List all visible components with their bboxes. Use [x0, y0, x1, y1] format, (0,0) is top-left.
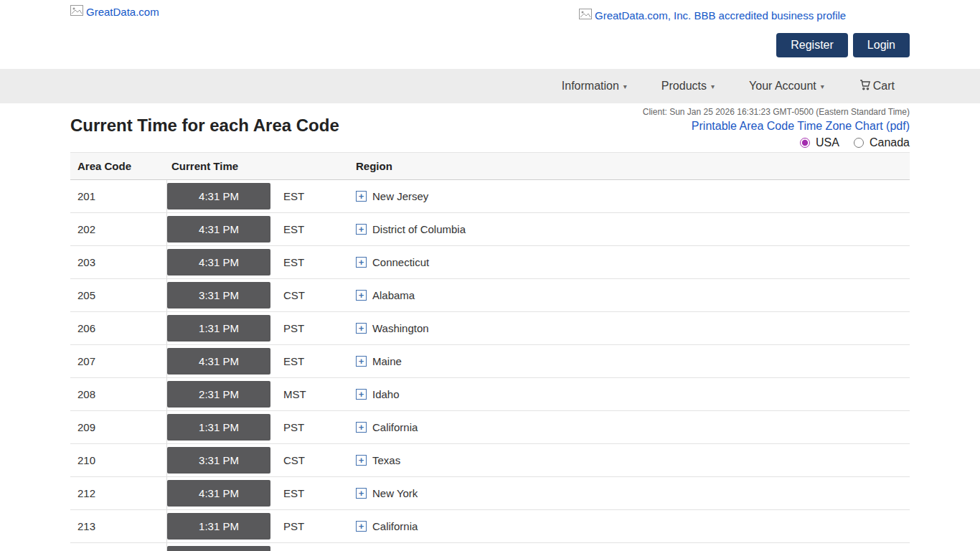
nav-label: Information	[562, 80, 619, 93]
current-time-button[interactable]	[167, 546, 270, 551]
region-cell: + New Jersey	[356, 190, 910, 202]
nav-item-information[interactable]: Information ▾	[545, 69, 644, 103]
region-cell: + New York	[356, 487, 910, 499]
timezone-cell: PST	[282, 322, 356, 334]
login-button[interactable]: Login	[853, 33, 910, 57]
broken-image-icon	[70, 5, 83, 18]
header-region: Region	[356, 160, 910, 172]
table-row: 212 4:31 PM EST + New York	[70, 477, 910, 510]
timezone-cell: EST	[282, 190, 356, 202]
nav-item-your-account[interactable]: Your Account ▾	[732, 69, 842, 103]
cart-icon	[859, 79, 871, 93]
current-time-cell: 4:31 PM	[167, 183, 282, 209]
expand-plus-icon[interactable]: +	[356, 488, 367, 499]
main-nav: Information ▾ Products ▾ Your Account ▾ …	[0, 69, 980, 103]
area-code-cell: 203	[70, 246, 167, 278]
current-time-button[interactable]: 1:31 PM	[167, 315, 270, 342]
expand-plus-icon[interactable]: +	[356, 455, 367, 466]
region-cell: + California	[356, 520, 910, 532]
area-code-cell: 205	[70, 279, 167, 311]
page-header-area: Current Time for each Area Code Client: …	[70, 103, 910, 152]
expand-plus-icon[interactable]: +	[356, 191, 367, 202]
table-header-row: Area Code Current Time Region	[70, 153, 910, 180]
timezone-cell: CST	[282, 289, 356, 301]
region-cell: + Texas	[356, 454, 910, 466]
header-area-code: Area Code	[70, 160, 167, 172]
current-time-button[interactable]: 4:31 PM	[167, 348, 270, 375]
expand-plus-icon[interactable]: +	[356, 356, 367, 367]
region-cell: + District of Columbia	[356, 223, 910, 235]
timezone-cell: EST	[282, 355, 356, 367]
current-time-cell: 2:31 PM	[167, 381, 282, 408]
current-time-cell: 4:31 PM	[167, 348, 282, 375]
printable-chart-link[interactable]: Printable Area Code Time Zone Chart (pdf…	[692, 120, 910, 133]
current-time-cell: 1:31 PM	[167, 513, 282, 540]
current-time-button[interactable]: 1:31 PM	[167, 414, 270, 441]
expand-plus-icon[interactable]: +	[356, 422, 367, 433]
meta-column: Client: Sun Jan 25 2026 16:31:23 GMT-050…	[643, 107, 910, 149]
region-name: New Jersey	[372, 190, 428, 202]
expand-plus-icon[interactable]: +	[356, 323, 367, 334]
current-time-button[interactable]: 4:31 PM	[167, 216, 270, 242]
nav-label: Your Account	[749, 80, 816, 93]
current-time-cell: 4:31 PM	[167, 249, 282, 276]
timezone-cell: PST	[282, 421, 356, 433]
logo-alt-text: GreatData.com	[86, 6, 159, 18]
register-button[interactable]: Register	[776, 33, 848, 57]
region-name: Connecticut	[372, 256, 429, 268]
table-row: 210 3:31 PM CST + Texas	[70, 444, 910, 477]
expand-plus-icon[interactable]: +	[356, 257, 367, 268]
table-row: 205 3:31 PM CST + Alabama	[70, 279, 910, 312]
nav-item-cart[interactable]: Cart	[842, 79, 895, 93]
canada-radio-label[interactable]: Canada	[870, 136, 910, 149]
chevron-down-icon: ▾	[623, 83, 627, 90]
current-time-button[interactable]: 2:31 PM	[167, 381, 270, 408]
usa-radio[interactable]	[800, 138, 810, 148]
usa-radio-label[interactable]: USA	[816, 136, 839, 149]
expand-plus-icon[interactable]: +	[356, 224, 367, 235]
table-row: 207 4:31 PM EST + Maine	[70, 345, 910, 378]
country-radio-group: USA Canada	[643, 136, 910, 149]
nav-item-products[interactable]: Products ▾	[644, 69, 732, 103]
cart-label: Cart	[873, 80, 895, 93]
region-cell: + Alabama	[356, 289, 910, 301]
table-row: 213 1:31 PM PST + California	[70, 510, 910, 543]
region-name: New York	[372, 487, 418, 499]
expand-plus-icon[interactable]: +	[356, 389, 367, 400]
current-time-cell: 1:31 PM	[167, 414, 282, 441]
current-time-button[interactable]: 4:31 PM	[167, 183, 270, 209]
area-code-cell: 213	[70, 510, 167, 542]
current-time-button[interactable]: 4:31 PM	[167, 249, 270, 276]
current-time-cell: 1:31 PM	[167, 315, 282, 342]
table-row: 201 4:31 PM EST + New Jersey	[70, 180, 910, 213]
bbb-accreditation-link[interactable]: GreatData.com, Inc. BBB accredited busin…	[579, 9, 846, 22]
region-name: California	[372, 520, 418, 532]
timezone-cell: EST	[282, 487, 356, 499]
expand-plus-icon[interactable]: +	[356, 521, 367, 532]
current-time-button[interactable]: 4:31 PM	[167, 480, 270, 507]
area-code-cell: 208	[70, 378, 167, 410]
expand-plus-icon[interactable]: +	[356, 290, 367, 301]
area-code-cell: 209	[70, 411, 167, 443]
current-time-cell: 3:31 PM	[167, 282, 282, 309]
area-code-cell: 212	[70, 477, 167, 509]
current-time-button[interactable]: 3:31 PM	[167, 282, 270, 309]
region-cell: + Washington	[356, 322, 910, 334]
timezone-cell: PST	[282, 520, 356, 532]
site-logo-link[interactable]: GreatData.com	[70, 5, 159, 18]
top-header: GreatData.com GreatData.com, Inc. BBB ac…	[0, 0, 980, 69]
region-name: Maine	[372, 355, 402, 367]
region-cell: + Connecticut	[356, 256, 910, 268]
auth-buttons: Register Login	[776, 33, 910, 57]
current-time-button[interactable]: 1:31 PM	[167, 513, 270, 540]
region-name: Washington	[372, 322, 429, 334]
area-code-cell: 207	[70, 345, 167, 377]
region-name: California	[372, 421, 418, 433]
table-row: 202 4:31 PM EST + District of Columbia	[70, 213, 910, 246]
region-name: Idaho	[372, 388, 400, 400]
broken-image-icon	[579, 9, 592, 22]
canada-radio[interactable]	[854, 138, 864, 148]
area-code-cell: 202	[70, 213, 167, 245]
current-time-button[interactable]: 3:31 PM	[167, 447, 270, 474]
region-name: Alabama	[372, 289, 415, 301]
